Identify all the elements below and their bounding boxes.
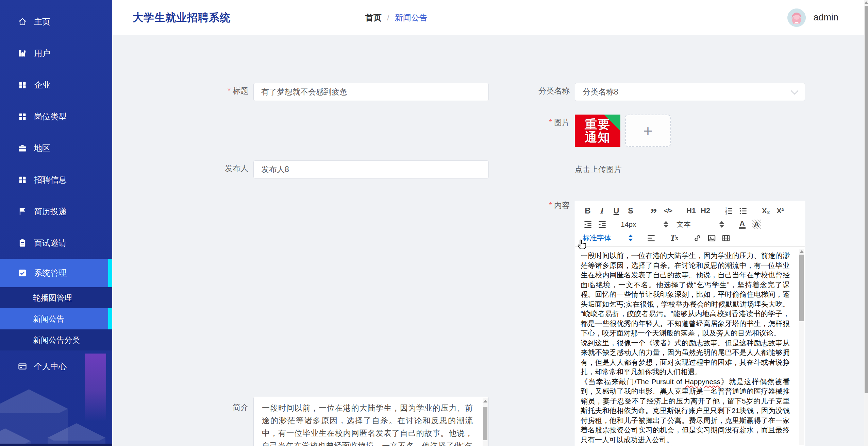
picker-arrows-icon <box>719 221 724 228</box>
strikethrough-button[interactable]: S <box>623 205 638 217</box>
sidebar-item-interview[interactable]: 面试邀请 <box>0 227 112 259</box>
checkbox-icon <box>18 268 27 278</box>
text-color-button[interactable]: A <box>735 219 749 230</box>
publisher-input[interactable]: 发布人8 <box>253 160 489 178</box>
sidebar-item-users[interactable]: 用户 <box>0 37 112 69</box>
header-format-value: 文本 <box>677 220 691 229</box>
misspelled-word: Happyness <box>685 378 720 385</box>
sidebar-item-label: 简历投递 <box>34 206 67 217</box>
editor-scrollbar[interactable] <box>799 249 804 445</box>
outdent-button[interactable] <box>581 219 595 230</box>
ordered-list-button[interactable]: 123 <box>721 205 736 217</box>
category-value: 分类名称8 <box>583 87 618 97</box>
scrollbar-thumb[interactable] <box>865 6 868 393</box>
toolbar-row-2: 14px 文本 A A <box>581 218 800 231</box>
sidebar-subitem-label: 轮播图管理 <box>33 293 72 303</box>
rich-text-editor: B I U S ” </> H1 H2 123 X₂ X² <box>575 201 805 446</box>
content-paragraph: 《当幸福来敲门/The Pursuit of Happyness》就是这样偶然被… <box>581 377 790 445</box>
breadcrumb-home[interactable]: 首页 <box>365 12 382 23</box>
sidebar-subitem-carousel[interactable]: 轮播图管理 <box>0 287 112 308</box>
category-select[interactable]: 分类名称8 <box>575 83 805 101</box>
font-size-picker[interactable]: 14px <box>619 219 670 230</box>
title-input[interactable]: 有了梦想就不会感到疲惫 <box>253 83 489 101</box>
publisher-label: 发布人 <box>190 163 248 174</box>
heading2-button[interactable]: H2 <box>698 205 713 217</box>
sidebar-item-label: 个人中心 <box>34 361 67 372</box>
avatar <box>787 8 806 27</box>
header-format-picker[interactable]: 文本 <box>674 219 726 230</box>
picker-arrows-icon <box>628 235 633 241</box>
italic-button[interactable]: I <box>595 205 609 217</box>
sidebar-item-home[interactable]: 主页 <box>0 6 112 37</box>
sidebar-subitem-news-category[interactable]: 新闻公告分类 <box>0 329 112 350</box>
sidebar-item-system-management[interactable]: 系统管理 <box>0 259 112 287</box>
scrollbar-thumb[interactable] <box>483 407 487 440</box>
idcard-icon <box>18 362 27 371</box>
books-icon <box>18 49 27 58</box>
font-family-picker[interactable]: 标准字体 <box>581 232 635 244</box>
sidebar: 主页 用户 企业 岗位类型 地区 招聘信息 简历投递 <box>0 0 112 446</box>
image-label: 图片 <box>512 117 570 128</box>
content-paragraph: 一段时间以前，一位在港的大陆学生，因为学业的压力、前途的渺茫等诸多原因，选择了自… <box>581 251 790 309</box>
editor-content[interactable]: 一段时间以前，一位在港的大陆学生，因为学业的压力、前途的渺茫等诸多原因，选择了自… <box>575 247 805 446</box>
sidebar-item-job-type[interactable]: 岗位类型 <box>0 101 112 132</box>
flag-icon <box>18 207 27 216</box>
intro-scrollbar[interactable] <box>483 398 488 446</box>
breadcrumb-separator: / <box>387 13 389 22</box>
scroll-up-icon[interactable] <box>864 1 868 4</box>
svg-text:3: 3 <box>725 211 727 215</box>
underline-button[interactable]: U <box>609 205 623 217</box>
sidebar-item-label: 招聘信息 <box>34 174 67 185</box>
sidebar-subitem-news[interactable]: 新闻公告 <box>0 308 112 329</box>
briefcase-icon <box>18 143 27 153</box>
publisher-value: 发布人8 <box>261 164 289 175</box>
sidebar-item-personal-center[interactable]: 个人中心 <box>0 350 112 382</box>
page-scrollbar[interactable] <box>864 0 868 446</box>
superscript-button[interactable]: X² <box>773 205 787 217</box>
font-size-value: 14px <box>621 220 636 228</box>
toolbar-row-1: B I U S ” </> H1 H2 123 X₂ X² <box>581 204 800 218</box>
sidebar-item-label: 企业 <box>34 80 50 90</box>
indent-button[interactable] <box>595 219 609 230</box>
subscript-button[interactable]: X₂ <box>759 205 773 217</box>
sidebar-item-label: 主页 <box>34 16 50 27</box>
sidebar-item-recruit-info[interactable]: 招聘信息 <box>0 164 112 195</box>
image-upload-button[interactable]: + <box>625 115 671 147</box>
heading1-button[interactable]: H1 <box>684 205 698 217</box>
sidebar-item-resume[interactable]: 简历投递 <box>0 195 112 227</box>
grid-icon <box>18 80 27 90</box>
sidebar-item-company[interactable]: 企业 <box>0 69 112 101</box>
editor-toolbar: B I U S ” </> H1 H2 123 X₂ X² <box>575 201 805 246</box>
thumb-text-line2: 通知 <box>585 131 611 144</box>
title-value: 有了梦想就不会感到疲惫 <box>261 87 347 97</box>
plus-icon: + <box>644 122 653 140</box>
align-button[interactable] <box>644 232 658 244</box>
header: 大学生就业招聘系统 首页 / 新闻公告 admin <box>112 0 864 35</box>
bold-button[interactable]: B <box>581 205 595 217</box>
sidebar-item-label: 用户 <box>34 48 50 59</box>
insert-image-button[interactable] <box>704 232 719 244</box>
link-button[interactable] <box>690 232 704 244</box>
background-color-button[interactable]: A <box>749 219 764 230</box>
bullet-list-button[interactable] <box>736 205 750 217</box>
clear-format-button[interactable]: Tx <box>667 232 681 244</box>
sidebar-subitem-label: 新闻公告 <box>33 314 64 324</box>
title-label: 标题 <box>190 86 248 96</box>
intro-value: 一段时间以前，一位在港的大陆学生，因为学业的压力、前途的渺茫等诸多原因，选择了自… <box>262 402 473 446</box>
image-thumbnail[interactable]: 重要 通知 <box>575 115 620 147</box>
content-paragraph: 学妹曾经告诉我一个故事，让我每次想到都觉得莫名恐怖。她说，她硕士毕业去广东求职，… <box>581 445 790 446</box>
sidebar-item-region[interactable]: 地区 <box>0 132 112 164</box>
user-menu[interactable]: admin <box>787 0 838 35</box>
blockquote-button[interactable]: ” <box>647 205 661 217</box>
thumb-text-line1: 重要 <box>585 118 611 131</box>
chevron-down-icon <box>791 87 799 95</box>
grid-icon <box>18 175 27 185</box>
scroll-up-icon[interactable] <box>483 400 487 402</box>
scroll-up-icon[interactable] <box>800 250 804 253</box>
insert-video-button[interactable] <box>719 232 733 244</box>
code-block-button[interactable]: </> <box>661 205 675 217</box>
intro-textarea[interactable]: 一段时间以前，一位在港的大陆学生，因为学业的压力、前途的渺茫等诸多原因，选择了自… <box>253 397 489 446</box>
scrollbar-thumb[interactable] <box>799 255 804 321</box>
sidebar-item-label: 面试邀请 <box>34 238 67 248</box>
breadcrumb: 首页 / 新闻公告 <box>365 0 428 35</box>
